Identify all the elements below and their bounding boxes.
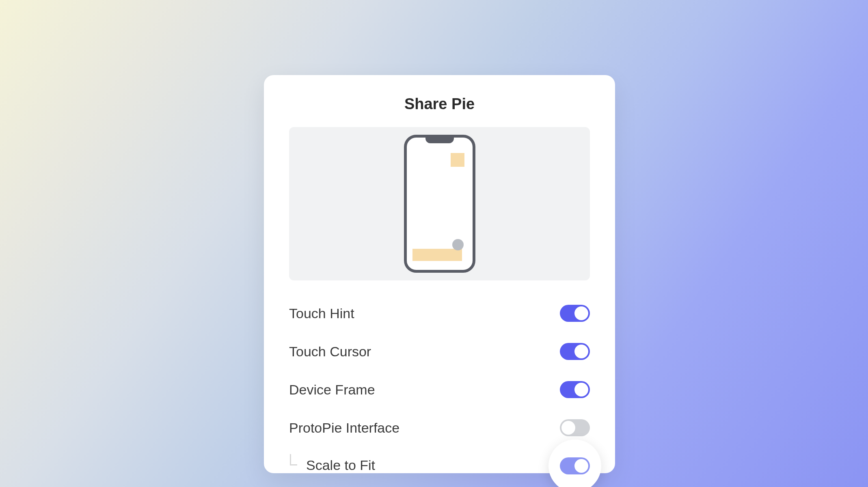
toggle-scale-to-fit[interactable] [560,457,590,474]
preview-block-bottom [412,249,462,261]
setting-row-protopie-interface: ProtoPie Interface [289,419,590,436]
indent-marker-icon [290,454,297,465]
toggle-knob [574,383,588,396]
toggle-knob [574,459,588,473]
setting-label: Scale to Fit [306,457,375,473]
device-notch-icon [425,138,454,143]
setting-label: ProtoPie Interface [289,420,399,436]
preview-block-top [451,153,464,167]
toggle-touch-cursor[interactable] [560,343,590,360]
toggle-touch-hint[interactable] [560,305,590,322]
toggle-device-frame[interactable] [560,381,590,398]
setting-row-touch-cursor: Touch Cursor [289,343,590,360]
preview-box [289,127,590,280]
setting-label: Touch Hint [289,306,354,321]
toggle-highlight-ring [548,440,601,487]
setting-row-touch-hint: Touch Hint [289,305,590,322]
setting-label: Device Frame [289,382,375,398]
setting-label: Touch Cursor [289,344,371,360]
touch-cursor-icon [452,239,464,250]
share-panel: Share Pie Touch Hint Touch Cursor Device… [264,75,615,473]
setting-row-scale-to-fit: Scale to Fit [289,457,590,473]
toggle-knob [574,306,588,320]
panel-title: Share Pie [289,95,590,113]
toggle-knob [574,345,588,358]
settings-list: Touch Hint Touch Cursor Device Frame Pro… [289,305,590,473]
toggle-protopie-interface[interactable] [560,419,590,436]
device-frame-preview [404,135,475,273]
toggle-knob [561,421,575,435]
setting-row-device-frame: Device Frame [289,381,590,398]
